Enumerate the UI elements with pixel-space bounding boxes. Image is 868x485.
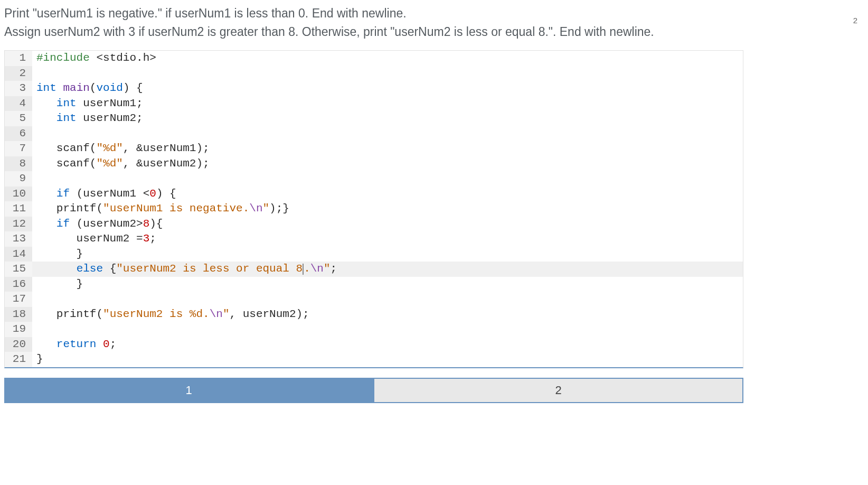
line-number: 14 [5,247,32,262]
token-string: "userNum2 is less or equal 8 [116,263,303,275]
code-line[interactable]: 20 return 0; [5,337,743,352]
code-content[interactable]: } [32,352,743,367]
token-plain: , &userNum2); [123,157,210,170]
token-string: "%d" [96,157,122,170]
token-escape: \n [210,308,223,320]
code-line[interactable]: 9 [5,171,743,186]
code-line[interactable]: 5 int userNum2; [5,111,743,126]
token-plain [36,112,56,124]
line-number: 17 [5,292,32,307]
instruction-line-2: Assign userNum2 with 3 if userNum2 is gr… [4,25,654,39]
code-content[interactable]: scanf("%d", &userNum2); [32,156,743,172]
code-content[interactable]: printf("userNum2 is %d.\n", userNum2); [32,307,743,322]
token-plain: (userNum1 < [70,188,149,200]
token-escape: \n [310,263,324,275]
line-number: 9 [5,171,32,186]
top-right-badge: 2 [853,16,857,25]
code-line[interactable]: 10 if (userNum1 <0) { [5,186,743,202]
token-plain: } [36,353,43,365]
line-number: 11 [5,201,32,217]
token-number: 0 [103,338,110,350]
token-keyword: else [77,263,103,275]
code-content[interactable]: else {"userNum2 is less or equal 8.\n"; [32,262,743,277]
line-number: 10 [5,186,32,202]
token-escape: \n [249,202,262,214]
token-plain: ) { [123,82,143,94]
token-plain: , userNum2); [230,308,309,320]
code-line[interactable]: 1#include <stdio.h> [5,51,743,66]
token-plain: } [36,278,83,290]
code-line[interactable]: 13 userNum2 =3; [5,231,743,247]
code-line[interactable]: 4 int userNum1; [5,96,743,111]
token-plain: ){ [149,218,163,230]
token-plain: userNum2 = [36,232,143,245]
code-content[interactable]: } [32,247,743,262]
line-number: 19 [5,322,32,337]
code-line[interactable]: 11 printf("userNum1 is negative.\n");} [5,201,743,217]
token-string: " [324,263,331,275]
line-number: 20 [5,337,32,352]
code-line[interactable]: 3int main(void) { [5,81,743,96]
line-number: 21 [5,352,32,367]
problem-instructions: Print "userNum1 is negative." if userNum… [4,4,743,41]
instruction-line-1: Print "userNum1 is negative." if userNum… [4,6,407,20]
code-line[interactable]: 7 scanf("%d", &userNum1); [5,141,743,156]
code-content[interactable]: } [32,277,743,292]
code-content[interactable]: userNum2 =3; [32,231,743,247]
code-line[interactable]: 19 [5,322,743,337]
token-string: " [263,202,270,214]
token-plain [96,338,103,350]
token-plain: ; [331,263,337,275]
code-line[interactable]: 2 [5,66,743,81]
token-number: 3 [143,232,150,245]
token-plain [36,338,56,350]
line-number: 16 [5,277,32,292]
token-number: 8 [143,218,150,230]
code-content[interactable]: return 0; [32,337,743,352]
line-number: 5 [5,111,32,126]
token-plain: } [36,248,83,260]
code-line[interactable]: 17 [5,292,743,307]
line-number: 1 [5,51,32,66]
token-plain: );} [269,202,289,214]
token-plain [36,188,56,200]
token-plain: userNum2; [77,112,143,124]
tab-2[interactable]: 2 [373,378,743,403]
token-keyword: if [56,188,70,200]
line-number: 7 [5,141,32,156]
token-plain: printf( [36,308,103,320]
code-content[interactable]: if (userNum1 <0) { [32,186,743,202]
token-plain: ; [110,338,117,350]
code-line[interactable]: 16 } [5,277,743,292]
line-number: 12 [5,217,32,232]
token-plain: scanf( [36,157,96,170]
tab-1[interactable]: 1 [4,378,373,403]
code-content[interactable]: printf("userNum1 is negative.\n");} [32,201,743,217]
token-plain: printf( [36,202,103,214]
code-content[interactable]: if (userNum2>8){ [32,217,743,232]
token-keyword: int [56,97,77,109]
token-plain [56,82,63,94]
token-string: "%d" [96,142,122,154]
code-line[interactable]: 8 scanf("%d", &userNum2); [5,156,743,172]
code-line[interactable]: 12 if (userNum2>8){ [5,217,743,232]
token-plain: (userNum2> [70,218,143,230]
code-line[interactable]: 6 [5,126,743,142]
code-content[interactable]: #include <stdio.h> [32,51,743,66]
code-line[interactable]: 21} [5,352,743,367]
token-plain: scanf( [36,142,96,154]
token-plain: , &userNum1); [123,142,210,154]
line-number: 15 [5,262,32,277]
token-plain: { [103,263,116,275]
token-string: . [304,263,310,275]
code-content[interactable]: int userNum1; [32,96,743,111]
code-line[interactable]: 15 else {"userNum2 is less or equal 8.\n… [5,262,743,277]
code-line[interactable]: 14 } [5,247,743,262]
test-case-tabs: 1 2 [4,378,743,403]
code-content[interactable]: int userNum2; [32,111,743,126]
code-content[interactable]: int main(void) { [32,81,743,96]
token-plain: userNum1; [77,97,143,109]
code-editor[interactable]: 1#include <stdio.h>23int main(void) {4 i… [4,50,743,368]
code-content[interactable]: scanf("%d", &userNum1); [32,141,743,156]
code-line[interactable]: 18 printf("userNum2 is %d.\n", userNum2)… [5,307,743,322]
